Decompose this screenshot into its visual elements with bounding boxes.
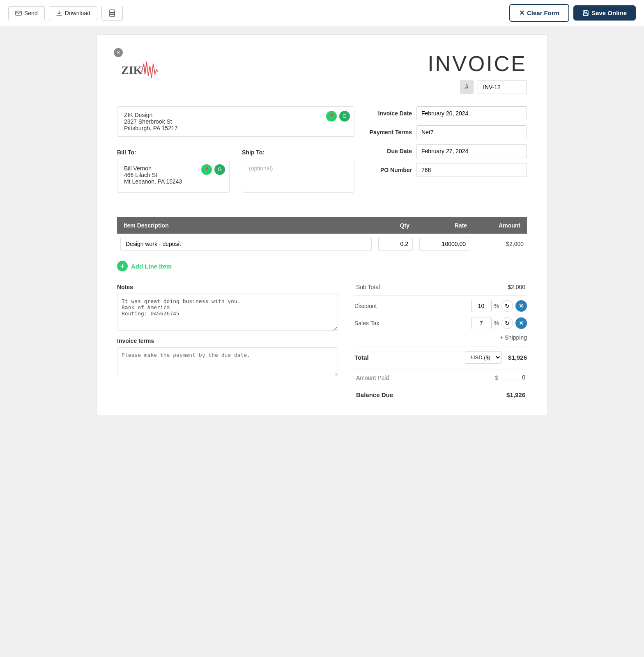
amount-paid-label: Amount Paid <box>356 374 389 381</box>
table-row: $2,000 <box>117 234 527 254</box>
bill-grammar-btn[interactable]: G <box>214 164 225 175</box>
totals-area: Sub Total $2,000 Discount % ↻ ✕ Sales Ta… <box>354 284 527 398</box>
notes-textarea[interactable] <box>117 294 338 331</box>
notes-label: Notes <box>117 284 338 290</box>
from-address-location-btn[interactable]: 📍 <box>326 111 337 122</box>
toolbar: Send Download ✕ Clear Form <box>0 0 644 26</box>
tax-input[interactable] <box>471 317 492 329</box>
terms-textarea[interactable] <box>117 347 338 376</box>
col-amount: Amount <box>474 217 527 234</box>
amount-paid-right: $ <box>495 374 525 381</box>
payment-terms-label: Payment Terms <box>354 129 412 136</box>
from-address-box: 📍 G ZIK Design 2327 Sherbrook St Pittsbu… <box>117 106 354 137</box>
clear-form-button[interactable]: ✕ Clear Form <box>509 4 569 22</box>
item-amount-cell: $2,000 <box>474 234 527 254</box>
ship-to-area: Ship To: (optional) <box>242 149 354 193</box>
items-table: Item Description Qty Rate Amount $2,000 <box>117 217 527 254</box>
due-date-label: Due Date <box>354 148 412 154</box>
discount-input[interactable] <box>471 300 492 312</box>
due-date-row: Due Date <box>354 144 527 158</box>
bill-to-area: Bill To: 📍 G Bill Vernon 466 Lilach St M… <box>117 149 230 193</box>
due-date-input[interactable] <box>416 144 527 158</box>
col-rate: Rate <box>416 217 474 234</box>
ship-to-placeholder: (optional) <box>249 165 273 172</box>
download-button[interactable]: Download <box>49 6 97 20</box>
save-online-button[interactable]: Save Online <box>573 5 636 21</box>
balance-due-row: Balance Due $1,926 <box>354 391 527 398</box>
total-right: USD ($) $1,926 <box>465 351 527 364</box>
from-address2: Pittsburgh, PA 15217 <box>124 125 347 131</box>
discount-pct-symbol: % <box>494 303 499 309</box>
ship-to-label: Ship To: <box>242 149 354 156</box>
tax-refresh-button[interactable]: ↻ <box>501 317 513 329</box>
add-line-label: Add Line Item <box>131 263 172 270</box>
po-number-label: PO Number <box>354 167 412 173</box>
bill-location-btn[interactable]: 📍 <box>201 164 212 175</box>
currency-select[interactable]: USD ($) <box>465 351 501 364</box>
item-rate-cell <box>416 234 474 254</box>
payment-terms-input[interactable] <box>416 125 527 139</box>
amount-paid-symbol: $ <box>495 374 498 381</box>
bill-address-box: 📍 G Bill Vernon 466 Lilach St Mt Lebanon… <box>117 160 230 193</box>
discount-controls: % ↻ ✕ <box>471 300 527 312</box>
discount-remove-button[interactable]: ✕ <box>515 300 527 312</box>
from-address-grammar-btn[interactable]: G <box>339 111 350 122</box>
invoice-title-area: INVOICE # <box>428 51 527 94</box>
po-number-input[interactable] <box>416 163 527 177</box>
tax-label: Sales Tax <box>354 320 379 326</box>
download-icon <box>56 10 62 16</box>
print-button[interactable] <box>101 6 123 21</box>
invoice-header: ✕ ZIK INVOICE # <box>117 51 527 94</box>
logo-area: ✕ ZIK <box>117 51 170 92</box>
hash-symbol: # <box>460 80 474 94</box>
svg-rect-6 <box>584 11 587 12</box>
notes-area: Notes Invoice terms <box>117 284 338 398</box>
top-section: 📍 G ZIK Design 2327 Sherbrook St Pittsbu… <box>117 106 527 205</box>
invoice-number-input[interactable] <box>478 80 527 94</box>
svg-rect-0 <box>16 11 21 15</box>
amount-paid-row: Amount Paid $ <box>354 374 527 381</box>
send-button[interactable]: Send <box>8 6 45 20</box>
item-rate-input[interactable] <box>419 237 470 251</box>
amount-paid-input[interactable] <box>501 374 525 381</box>
col-description: Item Description <box>117 217 375 234</box>
invoice-date-label: Invoice Date <box>354 110 412 117</box>
tax-row: Sales Tax % ↻ ✕ <box>354 317 527 329</box>
discount-row: Discount % ↻ ✕ <box>354 300 527 312</box>
from-address1: 2327 Sherbrook St <box>124 118 347 125</box>
invoice-date-input[interactable] <box>416 106 527 120</box>
add-line-item-button[interactable]: + Add Line Item <box>117 261 527 271</box>
invoice-fields: Invoice Date Payment Terms Due Date PO N… <box>354 106 527 205</box>
discount-refresh-button[interactable]: ↻ <box>501 300 513 312</box>
tax-remove-button[interactable]: ✕ <box>515 317 527 329</box>
billing-section: Bill To: 📍 G Bill Vernon 466 Lilach St M… <box>117 149 354 193</box>
tax-pct-symbol: % <box>494 320 499 326</box>
svg-rect-2 <box>110 10 115 12</box>
print-icon <box>108 9 116 17</box>
subtotal-row: Sub Total $2,000 <box>354 284 527 290</box>
invoice-title: INVOICE <box>428 51 527 76</box>
discount-label: Discount <box>354 303 377 309</box>
x-icon: ✕ <box>519 9 524 17</box>
billing-ship-row: Bill To: 📍 G Bill Vernon 466 Lilach St M… <box>117 149 354 193</box>
svg-point-4 <box>114 13 115 14</box>
total-label: Total <box>354 354 369 361</box>
po-number-row: PO Number <box>354 163 527 177</box>
tax-controls: % ↻ ✕ <box>471 317 527 329</box>
add-shipping-button[interactable]: + Shipping <box>354 334 527 341</box>
bill-to-label: Bill To: <box>117 149 230 156</box>
item-qty-input[interactable] <box>378 237 413 251</box>
invoice-date-row: Invoice Date <box>354 106 527 120</box>
save-icon <box>582 10 589 16</box>
balance-due-value: $1,926 <box>506 391 525 398</box>
from-address-icons: 📍 G <box>326 111 350 122</box>
svg-rect-3 <box>110 14 115 16</box>
bill-address2: Mt Lebanon, PA 15243 <box>124 178 223 185</box>
toolbar-right: ✕ Clear Form Save Online <box>509 4 636 22</box>
balance-due-label: Balance Due <box>356 391 393 398</box>
item-qty-cell <box>375 234 416 254</box>
top-left: 📍 G ZIK Design 2327 Sherbrook St Pittsbu… <box>117 106 354 205</box>
remove-logo-button[interactable]: ✕ <box>114 48 123 57</box>
invoice-number-row: # <box>428 80 527 94</box>
item-description-input[interactable] <box>120 237 372 251</box>
